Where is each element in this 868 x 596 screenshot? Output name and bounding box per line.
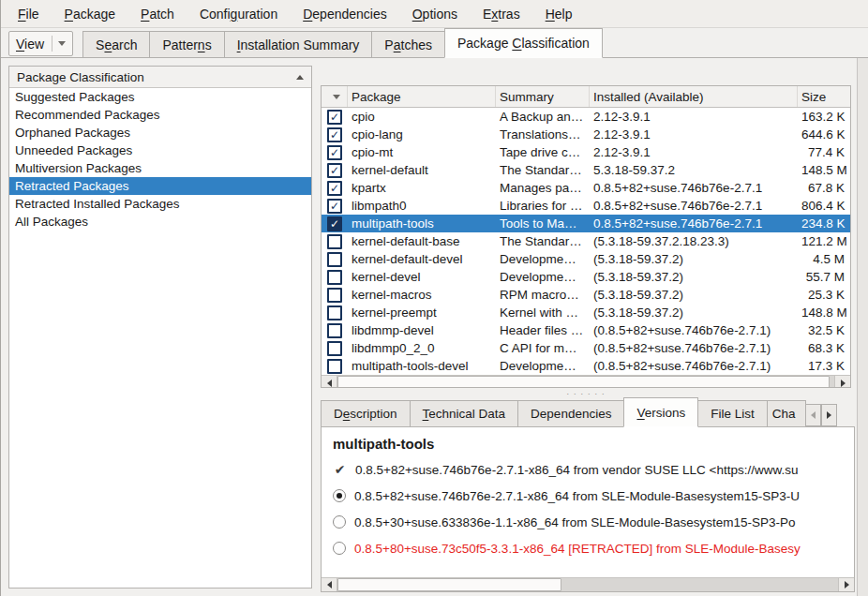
package-checkbox[interactable] [327, 305, 342, 320]
sidebar-item[interactable]: Suggested Packages [9, 88, 311, 106]
table-row[interactable]: multipath-tools-devel Developme… (0.8.5+… [322, 357, 850, 375]
tab-scroll-right-button[interactable] [821, 404, 837, 426]
menu-item[interactable]: Package [65, 7, 116, 22]
package-version: (5.3.18-59.37.2) [590, 270, 798, 284]
detail-tab[interactable]: Cha [767, 400, 806, 426]
menu-item[interactable]: Configuration [200, 7, 277, 22]
arrow-right-icon [827, 411, 831, 419]
table-row[interactable]: cpio-lang Translations… 2.12-3.9.1 644.6… [322, 126, 850, 143]
package-version: (5.3.18-59.37.2) [590, 305, 798, 320]
menu-item[interactable]: Patch [141, 7, 174, 22]
package-checkbox[interactable] [327, 252, 342, 267]
version-row[interactable]: 0.8.5+30+suse.633836e-1.1-x86_64 from SL… [322, 509, 854, 535]
table-row[interactable]: libdmmp-devel Header files … (0.8.5+82+s… [322, 321, 850, 339]
detail-tab[interactable]: Dependencies [517, 400, 624, 426]
version-state-icon[interactable] [333, 515, 346, 529]
menu-item-label: Package [65, 7, 116, 22]
table-header-status-column[interactable] [322, 86, 348, 107]
package-checkbox[interactable] [327, 359, 342, 374]
scroll-left-button[interactable] [322, 376, 337, 388]
package-checkbox[interactable] [327, 323, 342, 338]
arrow-left-icon [811, 411, 816, 419]
view-menu-button[interactable]: View [8, 31, 73, 56]
table-header-installed[interactable]: Installed (Available) [590, 86, 798, 107]
package-summary: Manages pa… [496, 181, 590, 195]
package-checkbox[interactable] [327, 216, 342, 231]
status-cell [322, 163, 348, 178]
scroll-right-button[interactable] [838, 578, 854, 591]
package-checkbox[interactable] [327, 288, 342, 303]
scrollbar-thumb[interactable] [337, 578, 561, 591]
menu-item[interactable]: Help [546, 7, 573, 22]
scroll-left-button[interactable] [322, 578, 337, 591]
menu-item-label: Configuration [200, 7, 277, 22]
table-body: cpio A Backup an… 2.12-3.9.1 163.2 K cpi… [322, 108, 850, 375]
package-checkbox[interactable] [327, 145, 342, 160]
detail-tab[interactable]: Technical Data [410, 400, 519, 426]
package-checkbox[interactable] [327, 341, 342, 356]
version-state-icon[interactable] [333, 463, 347, 477]
table-row[interactable]: kernel-default The Standar… 5.3.18-59.37… [322, 161, 850, 179]
table-row[interactable]: kpartx Manages pa… 0.8.5+82+suse.746b76e… [322, 179, 850, 197]
sidebar-item[interactable]: Unneeded Packages [9, 142, 311, 159]
sidebar-item[interactable]: Retracted Installed Packages [9, 195, 311, 213]
table-header-size[interactable]: Size [798, 86, 850, 107]
detail-tab[interactable]: File List [697, 400, 768, 426]
versions-horizontal-scrollbar[interactable] [322, 577, 854, 591]
package-checkbox[interactable] [327, 110, 342, 125]
table-row[interactable]: cpio-mt Tape drive c… 2.12-3.9.1 77.4 K [322, 143, 850, 161]
package-checkbox[interactable] [327, 163, 342, 178]
table-row[interactable]: libmpath0 Libraries for … 0.8.5+82+suse.… [322, 197, 850, 215]
version-row[interactable]: 0.8.5+80+suse.73c50f5-3.3.1-x86_64 [RETR… [322, 535, 854, 561]
table-row[interactable]: kernel-macros RPM macro… (5.3.18-59.37.2… [322, 286, 850, 304]
package-checkbox[interactable] [327, 127, 342, 142]
tab-scroll-left-button[interactable] [805, 404, 821, 426]
table-row[interactable]: kernel-default-base The Standar… (5.3.18… [322, 232, 850, 250]
package-summary: Libraries for … [496, 199, 590, 213]
package-checkbox[interactable] [327, 199, 342, 214]
table-header-summary[interactable]: Summary [496, 86, 590, 107]
menu-item[interactable]: Options [412, 7, 457, 22]
package-checkbox[interactable] [327, 270, 342, 285]
package-size: 121.2 M [798, 234, 850, 248]
menu-item[interactable]: Extras [483, 7, 520, 22]
divider [52, 36, 52, 52]
package-summary: The Standar… [496, 234, 590, 248]
scroll-right-button[interactable] [834, 376, 850, 388]
package-checkbox[interactable] [327, 234, 342, 249]
sidebar-item[interactable]: All Packages [9, 213, 311, 231]
package-summary: Developme… [496, 270, 590, 284]
table-row[interactable]: libdmmp0_2_0 C API for m… (0.8.5+82+suse… [322, 339, 850, 357]
sidebar-header[interactable]: Package Classification [9, 67, 311, 88]
main-tab[interactable]: Installation Summary [224, 31, 373, 57]
table-horizontal-scrollbar[interactable] [322, 375, 850, 388]
menu-item[interactable]: File [18, 7, 39, 22]
main-tab[interactable]: Patches [371, 31, 445, 57]
table-header-package[interactable]: Package [348, 86, 496, 107]
pane-splitter-handle[interactable] [321, 388, 851, 398]
table-row[interactable]: kernel-preempt Kernel with … (5.3.18-59.… [322, 304, 850, 321]
main-tab[interactable]: Search [82, 31, 150, 57]
version-state-icon[interactable] [333, 489, 346, 502]
table-row[interactable]: cpio A Backup an… 2.12-3.9.1 163.2 K [322, 108, 850, 126]
sidebar-item[interactable]: Retracted Packages [9, 177, 311, 195]
version-state-icon[interactable] [333, 542, 346, 555]
detail-tab[interactable]: Description [321, 400, 411, 426]
table-row[interactable]: kernel-devel Developme… (5.3.18-59.37.2)… [322, 268, 850, 286]
version-row[interactable]: 0.8.5+82+suse.746b76e-2.7.1-x86_64 from … [322, 456, 854, 483]
main-tab[interactable]: Package Classification [444, 28, 603, 58]
package-checkbox[interactable] [327, 181, 342, 196]
sidebar-item[interactable]: Multiversion Packages [9, 159, 311, 177]
detail-tab[interactable]: Versions [623, 397, 698, 427]
sidebar-item[interactable]: Recommended Packages [9, 106, 311, 124]
package-size: 234.8 K [798, 216, 850, 231]
version-row[interactable]: 0.8.5+82+suse.746b76e-2.7.1-x86_64 from … [322, 483, 854, 509]
table-row[interactable]: multipath-tools Tools to Ma… 0.8.5+82+su… [322, 215, 850, 232]
main-tab[interactable]: Patterns [149, 31, 224, 57]
menu-item[interactable]: Dependencies [303, 7, 387, 22]
table-row[interactable]: kernel-default-devel Developme… (5.3.18-… [322, 250, 850, 268]
scrollbar-thumb[interactable] [337, 376, 830, 388]
sidebar-item-label: Retracted Packages [15, 179, 129, 193]
package-name: kpartx [348, 181, 496, 195]
sidebar-item[interactable]: Orphaned Packages [9, 124, 311, 142]
